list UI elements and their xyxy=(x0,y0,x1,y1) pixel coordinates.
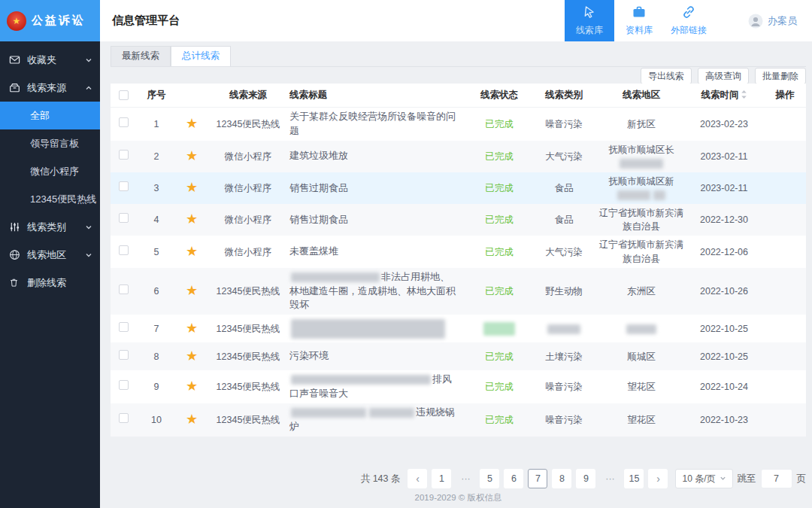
sidebar-subitem-领导留言板[interactable]: 领导留言板 xyxy=(0,129,100,157)
star-icon[interactable]: ★ xyxy=(186,116,198,131)
select-all-checkbox[interactable] xyxy=(119,90,129,100)
row-index-cell: 9 xyxy=(136,380,177,394)
sidebar-item-线索来源[interactable]: 线索来源 xyxy=(0,74,100,102)
star-icon[interactable]: ★ xyxy=(186,283,198,298)
sidebar-subitem-12345便民热线[interactable]: 12345便民热线 xyxy=(0,185,100,213)
sidebar-subitem-label: 12345便民热线 xyxy=(30,193,96,206)
page-button-1[interactable]: 1 xyxy=(432,469,451,488)
row-select-cell xyxy=(111,350,136,364)
row-checkbox[interactable] xyxy=(119,380,129,390)
page-button-8[interactable]: 8 xyxy=(552,469,571,488)
clue-status-cell: 已完成 xyxy=(469,181,529,195)
chevron-down-icon xyxy=(720,473,726,484)
column-header-线索标题: 线索标题 xyxy=(289,89,469,102)
jump-suffix: 页 xyxy=(797,473,807,485)
row-star-cell: ★ xyxy=(177,245,207,260)
table-header-row: 序号线索来源线索标题线索状态线索类别线索地区线索时间操作 xyxy=(111,84,806,108)
star-icon[interactable]: ★ xyxy=(186,180,198,195)
row-checkbox[interactable] xyxy=(119,213,129,223)
row-checkbox[interactable] xyxy=(119,181,129,191)
page-button-6[interactable]: 6 xyxy=(504,469,523,488)
toolbar-button-导出线索[interactable]: 导出线索 xyxy=(641,68,692,84)
trash-icon xyxy=(9,278,21,287)
user-menu[interactable]: 办案员 xyxy=(714,0,812,41)
clue-source-cell: 12345便民热线 xyxy=(207,117,289,131)
clue-region-cell: 东洲区 xyxy=(598,284,684,298)
sort-caret-icon[interactable] xyxy=(741,90,747,102)
row-checkbox[interactable] xyxy=(119,350,129,360)
sidebar-subitem-全部[interactable]: 全部 xyxy=(0,102,100,129)
clue-category-cell: 噪音污染 xyxy=(529,117,598,131)
status-badge: 已完成 xyxy=(485,247,514,257)
pagination: 共 143 条 ‹ 1···56789···15 › 10 条/页 跳至 页 xyxy=(111,469,806,490)
column-header-label: 线索地区 xyxy=(623,89,660,102)
clue-title-cell: 建筑垃圾堆放 xyxy=(289,149,469,163)
prev-page-button[interactable]: ‹ xyxy=(408,469,427,488)
toolbar-button-批量删除[interactable]: 批量删除 xyxy=(755,68,806,84)
page-button-7[interactable]: 7 xyxy=(528,469,547,488)
tab-最新线索[interactable]: 最新线索 xyxy=(111,46,171,66)
nav-item-label: 资料库 xyxy=(626,24,653,37)
cell-text: 抚顺市顺城区长 xyxy=(608,144,674,155)
clue-time-cell: 2023-02-11 xyxy=(684,150,764,163)
redacted-text-block xyxy=(369,408,414,418)
row-checkbox[interactable] xyxy=(119,284,129,294)
star-icon[interactable]: ★ xyxy=(186,321,198,336)
content-area: 最新线索总计线索 导出线索高级查询批量删除 序号线索来源线索标题线索状态线索类别… xyxy=(100,41,812,508)
row-checkbox[interactable] xyxy=(119,150,129,160)
page-button-9[interactable]: 9 xyxy=(576,469,595,488)
column-header-label: 序号 xyxy=(147,89,166,102)
clue-region-cell xyxy=(598,322,684,336)
row-checkbox[interactable] xyxy=(119,245,129,255)
table-body: 1★12345便民热线关于某群众反映经营场所设备噪音的问题已完成噪音污染新抚区2… xyxy=(111,108,806,437)
tab-总计线索[interactable]: 总计线索 xyxy=(171,46,231,66)
sidebar-item-线索类别[interactable]: 线索类别 xyxy=(0,213,100,241)
nav-item-资料库[interactable]: 资料库 xyxy=(614,0,664,41)
clue-category-cell: 土壤污染 xyxy=(529,350,598,364)
sidebar-item-线索地区[interactable]: 线索地区 xyxy=(0,241,100,269)
sidebar-item-删除线索[interactable]: 删除线索 xyxy=(0,269,100,297)
clue-source-cell: 微信小程序 xyxy=(207,181,289,195)
sidebar-subitem-label: 微信小程序 xyxy=(30,165,79,178)
page-size-select[interactable]: 10 条/页 xyxy=(675,469,732,488)
header-bar: 信息管理平台 线索库资料库外部链接 办案员 xyxy=(100,0,812,41)
jump-page-input[interactable] xyxy=(761,469,792,488)
toolbar-button-高级查询[interactable]: 高级查询 xyxy=(698,68,749,84)
page-button-15[interactable]: 15 xyxy=(624,469,644,488)
star-icon[interactable]: ★ xyxy=(186,379,198,394)
nav-item-线索库[interactable]: 线索库 xyxy=(565,0,614,41)
nav-item-外部链接[interactable]: 外部链接 xyxy=(664,0,714,41)
row-star-cell: ★ xyxy=(177,379,207,394)
star-icon[interactable]: ★ xyxy=(186,211,198,227)
star-icon[interactable]: ★ xyxy=(186,412,198,427)
clue-status-cell: 已完成 xyxy=(469,117,529,131)
clue-category-cell: 野生动物 xyxy=(529,284,598,298)
row-select-cell xyxy=(111,181,136,195)
sidebar-item-收藏夹[interactable]: 收藏夹 xyxy=(0,46,100,74)
cursor-icon xyxy=(582,5,597,22)
briefcase-icon xyxy=(632,5,647,22)
row-select-cell xyxy=(111,245,136,259)
clue-source-cell: 12345便民热线 xyxy=(207,413,289,427)
row-checkbox[interactable] xyxy=(119,117,129,127)
clue-category-cell xyxy=(529,322,598,336)
row-checkbox[interactable] xyxy=(119,413,129,423)
total-count: 共 143 条 xyxy=(361,473,401,485)
row-checkbox[interactable] xyxy=(119,322,129,332)
clue-time-cell: 2022-12-30 xyxy=(684,213,764,227)
page-button-5[interactable]: 5 xyxy=(480,469,499,488)
clue-time-cell: 2022-10-24 xyxy=(684,380,764,394)
column-header-label: 线索标题 xyxy=(289,89,327,102)
clue-status-cell: 已完成 xyxy=(469,213,529,227)
cell-text: 食品 xyxy=(555,183,574,193)
clue-title-cell: 违规烧锅炉 xyxy=(289,406,469,434)
row-select-cell xyxy=(111,150,136,163)
redacted-status-badge xyxy=(483,322,515,336)
star-icon[interactable]: ★ xyxy=(186,244,198,259)
sidebar-subitem-微信小程序[interactable]: 微信小程序 xyxy=(0,157,100,185)
main-area: 信息管理平台 线索库资料库外部链接 办案员 最新线索总计线索 导出线索高级查询批… xyxy=(100,0,812,508)
star-icon[interactable]: ★ xyxy=(186,148,198,163)
star-icon[interactable]: ★ xyxy=(186,348,198,364)
next-page-button[interactable]: › xyxy=(648,469,668,488)
nav-item-label: 外部链接 xyxy=(671,24,707,37)
